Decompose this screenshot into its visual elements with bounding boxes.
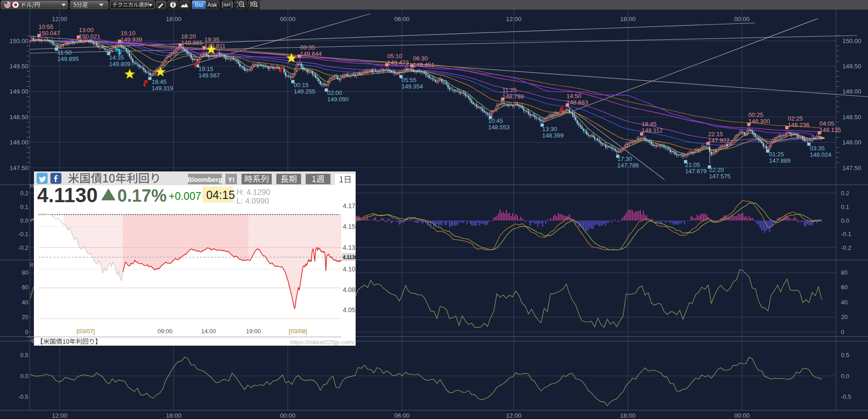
svg-text:4.10: 4.10 (343, 265, 355, 273)
svg-text:21:05: 21:05 (685, 161, 700, 168)
svg-text:22:15: 22:15 (708, 131, 723, 138)
svg-text:0.17%: 0.17% (117, 186, 167, 205)
svg-text:Ask: Ask (208, 2, 218, 8)
svg-text:147.50: 147.50 (10, 165, 28, 171)
svg-text:01:25: 01:25 (769, 151, 784, 158)
svg-text:[03/07]: [03/07] (77, 328, 95, 335)
svg-text:60: 60 (22, 284, 28, 291)
svg-text:-0.2: -0.2 (841, 244, 851, 251)
svg-text:09:00: 09:00 (158, 328, 173, 335)
svg-text:4.17: 4.17 (343, 202, 355, 210)
svg-text:150.00: 150.00 (10, 38, 28, 44)
svg-text:0.1: 0.1 (20, 204, 28, 210)
svg-text:148.024: 148.024 (810, 151, 831, 158)
svg-text:19:00: 19:00 (246, 328, 261, 335)
svg-text:19:35: 19:35 (204, 36, 220, 43)
svg-text:149.00: 149.00 (10, 88, 28, 95)
svg-text:40: 40 (22, 299, 28, 306)
svg-text:148.683: 148.683 (566, 99, 588, 106)
svg-text:0: 0 (25, 329, 28, 336)
svg-text:0.0: 0.0 (841, 217, 849, 224)
svg-text:4.1130: 4.1130 (37, 184, 98, 206)
svg-text:149.354: 149.354 (401, 83, 423, 90)
svg-text:05:55: 05:55 (401, 77, 417, 83)
svg-text:-0.2: -0.2 (18, 244, 28, 251)
svg-text:0.0: 0.0 (20, 217, 28, 224)
svg-text:14:00: 14:00 (201, 328, 216, 335)
svg-text:00:15: 00:15 (294, 82, 309, 88)
svg-text:60: 60 (841, 284, 847, 291)
svg-text:149.00: 149.00 (842, 88, 861, 95)
svg-text:17:30: 17:30 (617, 155, 632, 162)
svg-text:18:00: 18:00 (166, 412, 181, 419)
svg-text:40: 40 (841, 299, 847, 306)
svg-text:4.15: 4.15 (343, 223, 355, 230)
svg-text:0.0: 0.0 (841, 373, 849, 380)
svg-text:148.00: 148.00 (842, 139, 861, 146)
svg-text:11:50: 11:50 (57, 49, 72, 56)
svg-text:05:10: 05:10 (387, 53, 402, 60)
svg-text:18:00: 18:00 (166, 16, 181, 22)
svg-text:12:00: 12:00 (506, 16, 522, 22)
svg-text:04:15: 04:15 (206, 188, 235, 201)
svg-text:19:15: 19:15 (198, 66, 214, 72)
svg-text:149.50: 149.50 (842, 63, 861, 70)
svg-text:12:00: 12:00 (52, 16, 67, 22)
svg-text:149.255: 149.255 (294, 88, 315, 95)
svg-text:00:00: 00:00 (280, 412, 296, 419)
svg-text:149.809: 149.809 (109, 61, 131, 67)
svg-text:13:00: 13:00 (79, 27, 94, 33)
svg-text:149.644: 149.644 (300, 50, 322, 57)
svg-text:0.2: 0.2 (841, 190, 849, 197)
svg-text:149.50: 149.50 (10, 63, 28, 70)
svg-text:00:00: 00:00 (734, 16, 750, 22)
svg-text:Y!: Y! (228, 176, 235, 183)
svg-text:148.553: 148.553 (488, 124, 510, 131)
svg-text:00:00: 00:00 (734, 412, 750, 419)
svg-text:H: 4.1290: H: 4.1290 (236, 188, 270, 197)
svg-text:148.50: 148.50 (10, 114, 28, 121)
svg-text:03:35: 03:35 (810, 145, 825, 152)
svg-text:80: 80 (22, 269, 28, 276)
svg-text:18:00: 18:00 (620, 412, 636, 419)
svg-text:16:45: 16:45 (152, 78, 167, 85)
svg-text:06:30: 06:30 (413, 55, 428, 62)
svg-text:0.5: 0.5 (841, 352, 849, 358)
svg-text:148.112: 148.112 (642, 127, 663, 134)
svg-text:149.451: 149.451 (413, 61, 434, 68)
svg-text:Bid: Bid (195, 2, 203, 8)
svg-text:150.00: 150.00 (842, 38, 861, 44)
svg-text:10:55: 10:55 (38, 23, 54, 30)
svg-text:22:20: 22:20 (709, 166, 724, 173)
svg-text:149.473: 149.473 (387, 59, 409, 66)
svg-text:147.889: 147.889 (769, 157, 791, 164)
svg-text:149.895: 149.895 (57, 55, 79, 62)
svg-text:0.5: 0.5 (20, 352, 28, 358)
svg-text:80: 80 (841, 269, 847, 276)
svg-text:4.05: 4.05 (343, 306, 355, 314)
svg-text:148.399: 148.399 (542, 132, 564, 139)
svg-text:149.319: 149.319 (152, 85, 173, 92)
svg-text:20: 20 (841, 314, 847, 320)
svg-text:15:10: 15:10 (121, 30, 136, 37)
svg-text:[03/08]: [03/08] (289, 328, 307, 335)
svg-text:14:35: 14:35 (109, 54, 124, 61)
svg-text:00:35: 00:35 (300, 44, 315, 51)
svg-text:https://nikkei225jp.com/: https://nikkei225jp.com/ (290, 339, 355, 346)
svg-text:Bloomberg: Bloomberg (187, 176, 223, 183)
svg-text:12:00: 12:00 (506, 412, 522, 419)
svg-text:150.047: 150.047 (38, 30, 60, 37)
svg-text:L: 4.0990: L: 4.0990 (236, 197, 269, 205)
svg-text:0.2: 0.2 (20, 190, 28, 197)
svg-text:06:00: 06:00 (394, 16, 410, 22)
svg-text:148.50: 148.50 (842, 114, 861, 121)
svg-text:0.1: 0.1 (841, 204, 849, 210)
svg-text:148.236: 148.236 (788, 121, 809, 128)
svg-text:+0.007: +0.007 (169, 190, 201, 202)
svg-text:149.567: 149.567 (198, 72, 220, 79)
svg-text:147.50: 147.50 (842, 165, 861, 171)
svg-text:00:25: 00:25 (748, 111, 764, 118)
svg-text:147.575: 147.575 (709, 173, 731, 180)
svg-text:20: 20 (22, 314, 28, 320)
svg-text:18:45: 18:45 (642, 121, 657, 127)
